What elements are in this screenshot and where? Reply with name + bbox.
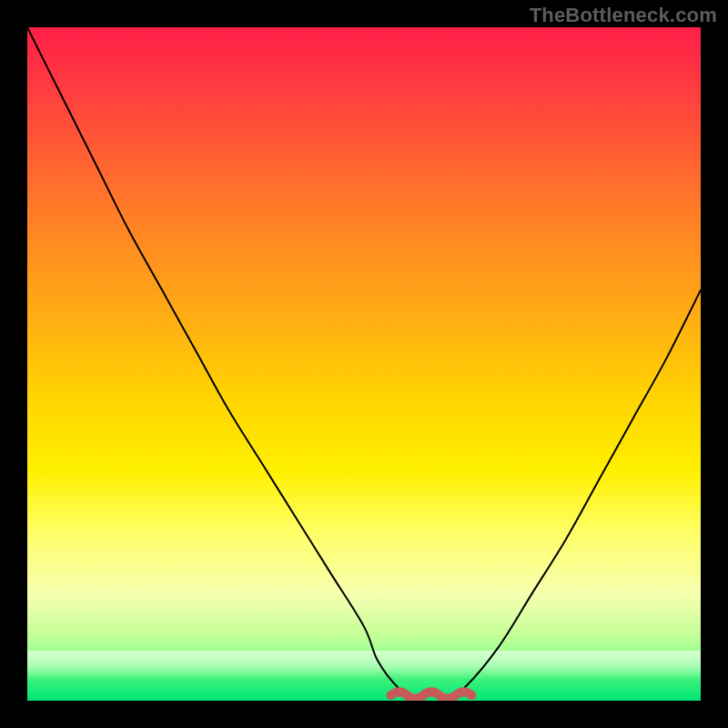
watermark-text: TheBottleneck.com (530, 4, 717, 27)
rough-minimum-marker (391, 692, 472, 698)
bottleneck-curve (27, 27, 701, 701)
chart-stage: TheBottleneck.com (0, 0, 728, 728)
plot-area (27, 27, 701, 701)
curve-svg (27, 27, 701, 701)
